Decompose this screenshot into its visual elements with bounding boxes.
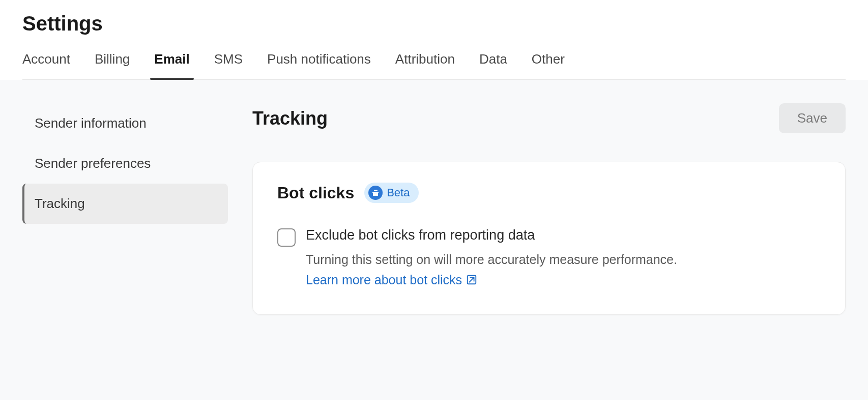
tab-data[interactable]: Data <box>479 51 507 79</box>
page-title: Settings <box>22 12 846 35</box>
setting-row: Exclude bot clicks from reporting data T… <box>277 227 821 290</box>
content-area: Sender information Sender preferences Tr… <box>0 80 868 400</box>
tracking-card: Bot clicks Beta Exclude bot clicks from … <box>252 162 846 315</box>
save-button[interactable]: Save <box>779 103 846 133</box>
beta-badge-label: Beta <box>387 186 410 199</box>
sidebar-item-sender-preferences[interactable]: Sender preferences <box>22 143 228 184</box>
exclude-bot-clicks-checkbox[interactable] <box>277 228 296 247</box>
setting-text: Exclude bot clicks from reporting data T… <box>306 227 821 290</box>
tab-sms[interactable]: SMS <box>214 51 243 79</box>
main-header: Tracking Save <box>252 103 846 133</box>
tab-account[interactable]: Account <box>22 51 70 79</box>
tab-push-notifications[interactable]: Push notifications <box>267 51 371 79</box>
sidebar: Sender information Sender preferences Tr… <box>0 103 228 400</box>
tab-email[interactable]: Email <box>154 51 189 79</box>
card-title: Bot clicks <box>277 184 354 202</box>
header: Settings Account Billing Email SMS Push … <box>0 0 868 80</box>
main: Tracking Save Bot clicks Beta Exclude bo… <box>228 103 868 400</box>
beta-badge: Beta <box>364 183 419 203</box>
gift-icon <box>368 186 383 200</box>
card-header: Bot clicks Beta <box>277 183 821 203</box>
tab-attribution[interactable]: Attribution <box>395 51 455 79</box>
external-link-icon <box>466 274 477 285</box>
setting-description: Turning this setting on will more accura… <box>306 249 821 290</box>
tab-billing[interactable]: Billing <box>95 51 130 79</box>
checkbox-label: Exclude bot clicks from reporting data <box>306 227 821 243</box>
tab-other[interactable]: Other <box>532 51 565 79</box>
sidebar-item-sender-information[interactable]: Sender information <box>22 103 228 143</box>
tabs: Account Billing Email SMS Push notificat… <box>22 51 846 80</box>
section-title: Tracking <box>252 108 328 129</box>
learn-more-link[interactable]: Learn more about bot clicks <box>306 270 477 290</box>
sidebar-item-tracking[interactable]: Tracking <box>22 184 228 224</box>
